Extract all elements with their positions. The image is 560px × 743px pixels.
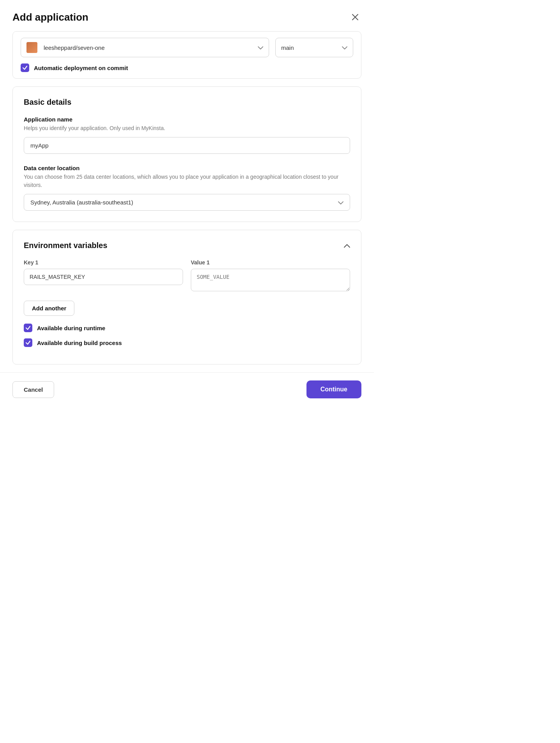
basic-details-section: Basic details Application name Helps you… [12, 86, 361, 222]
runtime-label: Available during runtime [37, 325, 105, 331]
build-checkmark-icon [25, 340, 31, 345]
datacenter-field-group: Data center location You can choose from… [24, 165, 350, 211]
app-name-input[interactable] [24, 137, 350, 154]
repo-row: leesheppard/seven-one main [21, 38, 353, 57]
env-value1-label: Value 1 [191, 259, 350, 266]
datacenter-chevron-down-icon [338, 199, 343, 206]
auto-deploy-row: Automatic deployment on commit [21, 63, 353, 72]
close-button[interactable] [349, 11, 361, 23]
chevron-down-icon [258, 45, 263, 51]
datacenter-select[interactable]: Sydney, Australia (australia-southeast1) [24, 194, 350, 211]
env-collapse-icon[interactable] [344, 241, 350, 250]
modal: Add application leesheppard/seven-one [0, 0, 374, 409]
app-name-field-group: Application name Helps you identify your… [24, 116, 350, 154]
branch-value: main [281, 44, 294, 51]
env-key1-label: Key 1 [24, 259, 183, 266]
datacenter-value: Sydney, Australia (australia-southeast1) [30, 199, 133, 206]
close-icon [352, 14, 359, 21]
env-value-col: Value 1 [191, 259, 350, 293]
env-key-value-row: Key 1 Value 1 [24, 259, 350, 293]
modal-header: Add application [0, 0, 374, 31]
modal-title: Add application [12, 11, 88, 23]
env-variables-section: Environment variables Key 1 Value 1 Add … [12, 230, 361, 364]
build-checkbox[interactable] [24, 338, 32, 347]
datacenter-description: You can choose from 25 data center locat… [24, 173, 350, 189]
basic-details-title: Basic details [24, 98, 350, 107]
branch-chevron-down-icon [342, 45, 347, 51]
runtime-checkbox[interactable] [24, 324, 32, 332]
checkmark-icon [22, 65, 28, 70]
repo-value: leesheppard/seven-one [44, 44, 105, 51]
auto-deploy-checkbox[interactable] [21, 63, 29, 72]
datacenter-label: Data center location [24, 165, 350, 171]
env-section-title: Environment variables [24, 241, 107, 250]
avatar [26, 42, 37, 53]
repo-section: leesheppard/seven-one main [12, 31, 361, 79]
repo-select-content: leesheppard/seven-one [26, 42, 258, 53]
auto-deploy-label: Automatic deployment on commit [34, 65, 128, 71]
modal-content: leesheppard/seven-one main [0, 31, 374, 364]
app-name-description: Helps you identify your application. Onl… [24, 124, 350, 132]
runtime-checkmark-icon [25, 325, 31, 331]
env-key-col: Key 1 [24, 259, 183, 293]
modal-footer: Cancel Continue [0, 372, 374, 409]
cancel-button[interactable]: Cancel [12, 381, 54, 398]
continue-button[interactable]: Continue [306, 380, 361, 398]
branch-select[interactable]: main [275, 38, 353, 57]
build-label: Available during build process [37, 340, 122, 346]
app-name-label: Application name [24, 116, 350, 123]
env-value1-textarea[interactable] [191, 269, 350, 291]
repo-select[interactable]: leesheppard/seven-one [21, 38, 269, 57]
env-key1-input[interactable] [24, 269, 183, 285]
add-another-button[interactable]: Add another [24, 301, 74, 316]
env-section-header: Environment variables [24, 241, 350, 250]
runtime-checkbox-row: Available during runtime [24, 324, 350, 332]
build-checkbox-row: Available during build process [24, 338, 350, 347]
